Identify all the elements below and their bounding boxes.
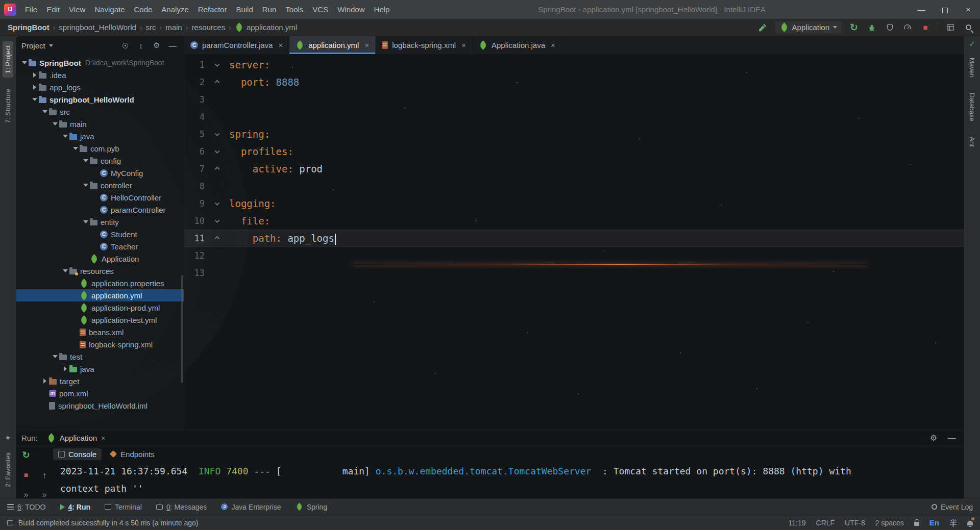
collapsed-arrow-icon[interactable] bbox=[61, 366, 69, 371]
build-project-button[interactable] bbox=[757, 22, 769, 33]
collapsed-arrow-icon[interactable] bbox=[31, 85, 39, 90]
up-arrow-icon[interactable]: ↑ bbox=[39, 471, 50, 480]
tree-item-app-logs[interactable]: app_logs bbox=[16, 81, 184, 93]
toolwindow-terminal[interactable]: Terminal bbox=[105, 503, 142, 511]
close-icon[interactable]: × bbox=[461, 41, 466, 49]
search-everywhere-button[interactable] bbox=[963, 22, 974, 33]
tree-item-application-properties[interactable]: application.properties bbox=[16, 277, 184, 289]
project-scrollbar[interactable] bbox=[181, 275, 183, 383]
tree-item-com-pyb[interactable]: com.pyb bbox=[16, 142, 184, 155]
expanded-arrow-icon[interactable] bbox=[41, 110, 49, 113]
fold-marker-icon[interactable] bbox=[205, 202, 229, 206]
close-button[interactable]: × bbox=[957, 0, 980, 19]
expanded-arrow-icon[interactable] bbox=[51, 122, 59, 125]
editor-tab-application-yml[interactable]: application.yml× bbox=[289, 36, 376, 54]
run-view-console[interactable]: Console bbox=[53, 448, 102, 460]
notifications-bell-icon[interactable] bbox=[967, 519, 973, 527]
menu-analyze[interactable]: Analyze bbox=[157, 0, 193, 19]
rerun-icon[interactable]: ↻ bbox=[20, 449, 32, 461]
indent-style[interactable]: 2 spaces bbox=[875, 519, 904, 527]
tree-item-application-yml[interactable]: application.yml bbox=[16, 289, 184, 301]
menu-navigate[interactable]: Navigate bbox=[90, 0, 129, 19]
locate-file-button[interactable] bbox=[119, 41, 131, 50]
toolwindow-button-2-favorites[interactable]: 2: Favorites bbox=[3, 448, 13, 491]
editor-tab-logback-spring-xml[interactable]: logback-spring.xml× bbox=[376, 36, 473, 54]
line-separator[interactable]: CRLF bbox=[816, 519, 835, 527]
tree-item-java[interactable]: java bbox=[16, 363, 184, 375]
tree-item-myconfig[interactable]: CMyConfig bbox=[16, 167, 184, 179]
collapsed-arrow-icon[interactable] bbox=[31, 72, 39, 78]
editor-tab-application-java[interactable]: Application.java× bbox=[473, 36, 562, 54]
status-message[interactable]: Build completed successfully in 4 s 50 m… bbox=[18, 519, 199, 527]
expanded-arrow-icon[interactable] bbox=[61, 269, 69, 272]
lock-icon[interactable] bbox=[914, 522, 919, 526]
fold-marker-icon[interactable] bbox=[205, 81, 229, 84]
editor-line-12[interactable]: 12 bbox=[184, 247, 964, 264]
tree-item-springboot-helloworld[interactable]: springboot_HelloWorld bbox=[16, 93, 184, 106]
tree-item-test[interactable]: test bbox=[16, 350, 184, 363]
collapse-all-button[interactable]: ↕ bbox=[135, 41, 147, 50]
maximize-button[interactable] bbox=[933, 0, 957, 19]
tree-item-application[interactable]: Application bbox=[16, 253, 184, 265]
tree-item-entity[interactable]: entity bbox=[16, 216, 184, 228]
toolwindow-java-enterprise[interactable]: JJava Enterprise bbox=[221, 503, 281, 511]
breadcrumb-src[interactable]: src bbox=[144, 23, 157, 32]
editor-tab-paramcontroller-java[interactable]: CparamController.java× bbox=[184, 36, 289, 54]
expanded-arrow-icon[interactable] bbox=[71, 147, 80, 150]
expanded-arrow-icon[interactable] bbox=[31, 98, 39, 101]
expanded-arrow-icon[interactable] bbox=[82, 220, 90, 223]
expanded-arrow-icon[interactable] bbox=[20, 61, 29, 64]
toolwindow-button-maven[interactable]: Maven bbox=[967, 54, 977, 82]
chevron-down-icon[interactable] bbox=[49, 44, 53, 47]
tree-item-student[interactable]: CStudent bbox=[16, 228, 184, 240]
menu-edit[interactable]: Edit bbox=[42, 0, 64, 19]
toolwindow-button-ant[interactable]: Ant bbox=[967, 133, 977, 151]
tree-item-idea[interactable]: .idea bbox=[16, 69, 184, 81]
tree-item-config[interactable]: config bbox=[16, 155, 184, 167]
hide-panel-button[interactable]: — bbox=[166, 41, 179, 50]
expand-icon[interactable]: » bbox=[39, 490, 50, 499]
tree-item-java[interactable]: java bbox=[16, 130, 184, 142]
toolwindow-spring[interactable]: Spring bbox=[296, 503, 327, 511]
editor-line-5[interactable]: 5spring: bbox=[184, 125, 964, 143]
ime-mode[interactable]: 半 bbox=[949, 517, 957, 528]
menu-vcs[interactable]: VCS bbox=[308, 0, 333, 19]
fold-marker-icon[interactable] bbox=[205, 167, 229, 171]
tree-item-resources[interactable]: resources bbox=[16, 265, 184, 277]
menu-run[interactable]: Run bbox=[258, 0, 281, 19]
console-output[interactable]: 2023-11-21 16:37:59.654 INFO 7400 --- [ … bbox=[52, 462, 964, 498]
menu-window[interactable]: Window bbox=[333, 0, 369, 19]
run-tab-application[interactable]: Application × bbox=[43, 432, 110, 444]
editor-line-6[interactable]: 6 profiles: bbox=[184, 143, 964, 160]
ime-language[interactable]: En bbox=[929, 518, 939, 527]
fold-marker-icon[interactable] bbox=[205, 150, 229, 154]
toolwindow-button-1-project[interactable]: 1: Project bbox=[3, 41, 13, 78]
editor-line-9[interactable]: 9logging: bbox=[184, 195, 964, 212]
breadcrumb-resources[interactable]: resources bbox=[190, 23, 227, 32]
fold-marker-icon[interactable] bbox=[205, 133, 229, 136]
toolwindow-6-todo[interactable]: 6: TODO bbox=[7, 503, 46, 511]
expanded-arrow-icon[interactable] bbox=[51, 355, 59, 358]
menu-refactor[interactable]: Refactor bbox=[193, 0, 232, 19]
profiler-button[interactable] bbox=[902, 22, 913, 33]
coverage-button[interactable] bbox=[884, 22, 895, 33]
toolwindow-button-database[interactable]: Database bbox=[967, 89, 977, 125]
close-icon[interactable]: × bbox=[101, 434, 105, 442]
menu-help[interactable]: Help bbox=[370, 0, 395, 19]
editor-line-11[interactable]: 11 path: app_logs bbox=[184, 230, 964, 247]
menu-tools[interactable]: Tools bbox=[281, 0, 308, 19]
tree-item-springboot[interactable]: SpringBootD:\idea_work\SpringBoot bbox=[16, 57, 184, 69]
editor-line-13[interactable]: 13 bbox=[184, 264, 964, 282]
tree-item-beans-xml[interactable]: beans.xml bbox=[16, 326, 184, 338]
toolwindow-button-7-structure[interactable]: 7: Structure bbox=[3, 85, 13, 127]
fold-marker-icon[interactable] bbox=[205, 219, 229, 223]
menu-code[interactable]: Code bbox=[129, 0, 157, 19]
close-icon[interactable]: × bbox=[364, 41, 369, 49]
editor-line-3[interactable]: 3 bbox=[184, 91, 964, 108]
tree-item-pom-xml[interactable]: mpom.xml bbox=[16, 387, 184, 399]
tree-item-teacher[interactable]: CTeacher bbox=[16, 240, 184, 253]
fold-marker-icon[interactable] bbox=[205, 237, 229, 240]
tree-item-paramcontroller[interactable]: CparamController bbox=[16, 204, 184, 216]
toolwindow-4-run[interactable]: 4: Run bbox=[60, 503, 91, 511]
expanded-arrow-icon[interactable] bbox=[82, 184, 90, 187]
